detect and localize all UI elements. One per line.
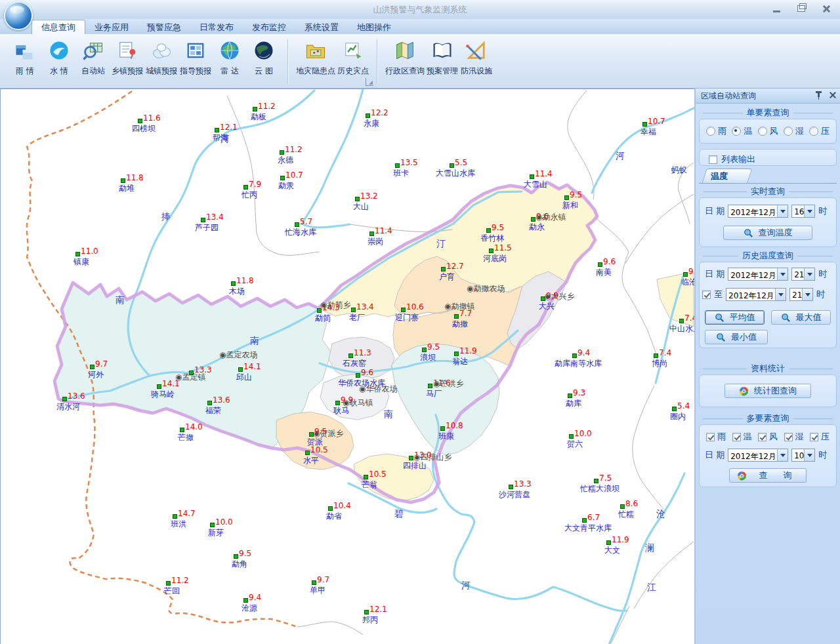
realtime-hour-combo[interactable]: 16 xyxy=(791,205,815,218)
menu-tab-发布监控[interactable]: 发布监控 xyxy=(243,20,295,34)
station-marker-户育[interactable] xyxy=(441,267,446,272)
app-logo-orb[interactable] xyxy=(4,1,33,30)
menu-tab-预警应急[interactable]: 预警应急 xyxy=(138,20,190,34)
station-marker-芦子园[interactable] xyxy=(201,218,205,222)
station-marker-忙海水库[interactable] xyxy=(295,222,299,227)
list-output-checkbox[interactable] xyxy=(709,155,717,164)
station-marker-勐库南等水库[interactable] xyxy=(572,353,577,358)
checkbox-湿[interactable]: 湿 xyxy=(784,431,804,443)
station-marker-福荣[interactable] xyxy=(207,401,212,405)
station-marker-幸福[interactable] xyxy=(642,122,647,127)
station-marker-临沧[interactable] xyxy=(683,272,688,277)
toolbar-button-雷达[interactable]: 雷 达 xyxy=(213,37,247,88)
radio-雨[interactable]: 雨 xyxy=(706,125,726,137)
radio-温[interactable]: 温 xyxy=(732,125,752,137)
station-marker-翁达[interactable] xyxy=(454,352,459,356)
station-marker-崇岗[interactable] xyxy=(369,231,374,236)
station-marker-忙丙[interactable] xyxy=(243,185,248,190)
station-marker-水平[interactable] xyxy=(305,451,310,455)
average-button[interactable]: 平均值 xyxy=(705,310,765,325)
station-marker-新和[interactable] xyxy=(564,195,569,200)
station-marker-沙河营盘[interactable] xyxy=(509,485,513,489)
station-marker-四排山[interactable] xyxy=(409,456,413,460)
realtime-date-combo[interactable]: 2012年12月 8日 xyxy=(728,205,788,218)
station-marker-永康[interactable] xyxy=(366,113,370,118)
radio-湿[interactable]: 湿 xyxy=(784,125,804,137)
station-marker-木场[interactable] xyxy=(231,281,236,286)
menu-tab-信息查询[interactable]: 信息查询 xyxy=(32,20,85,34)
station-marker-班卡[interactable] xyxy=(395,163,400,168)
station-marker-马厂[interactable] xyxy=(428,384,432,388)
menu-tab-业务应用[interactable]: 业务应用 xyxy=(85,20,138,34)
station-marker-香竹林[interactable] xyxy=(486,228,491,233)
toolbar-button-指导预报[interactable]: 指导预报 xyxy=(178,37,213,88)
station-marker-耿马[interactable] xyxy=(335,401,340,405)
history-date2-combo[interactable]: 2012年12月 7日 xyxy=(726,288,786,301)
station-marker-班洪[interactable] xyxy=(173,514,177,519)
station-marker-邱山[interactable] xyxy=(238,367,243,372)
station-marker-勐堆[interactable] xyxy=(121,178,125,183)
minimum-button[interactable]: 最小值 xyxy=(705,330,768,344)
station-marker-芒撒[interactable] xyxy=(180,428,184,432)
station-marker-勐板[interactable] xyxy=(253,107,257,111)
station-marker-忙糯[interactable] xyxy=(620,504,625,509)
checkbox-压[interactable]: 压 xyxy=(810,431,830,443)
toolbar-button-城镇预报[interactable]: 城镇预报 xyxy=(144,37,178,88)
station-marker-勐汞[interactable] xyxy=(280,176,285,180)
history-hour1-combo[interactable]: 21 xyxy=(791,268,815,281)
station-marker-迎门寨[interactable] xyxy=(401,308,406,312)
station-marker-大文青平水库[interactable] xyxy=(582,518,587,523)
station-marker-沧源[interactable] xyxy=(243,598,248,603)
history-hour2-combo[interactable]: 21 xyxy=(789,288,813,301)
station-marker-勐永[interactable] xyxy=(531,217,536,222)
station-marker-贺六[interactable] xyxy=(569,434,574,439)
station-marker-勐撒[interactable] xyxy=(454,314,459,319)
toolbar-button-防汛设施[interactable]: 防汛设施 xyxy=(459,37,494,88)
toolbar-button-自动站[interactable]: 自动站 xyxy=(76,37,110,88)
toolbar-button-预案管理[interactable]: 预案管理 xyxy=(425,37,459,88)
station-marker-中山水库[interactable] xyxy=(679,319,684,323)
maximum-button[interactable]: 最大值 xyxy=(771,310,831,325)
pin-icon[interactable] xyxy=(815,91,822,100)
station-marker-镇康[interactable] xyxy=(75,252,80,256)
toolbar-button-行政区查询[interactable]: 行政区查询 xyxy=(385,37,425,88)
multi-query-button[interactable]: 查 询 xyxy=(729,468,807,483)
station-marker-老厂[interactable] xyxy=(351,308,356,312)
toolbar-button-地灾隐患点[interactable]: 地灾隐患点 xyxy=(295,37,336,88)
menu-tab-系统设置[interactable]: 系统设置 xyxy=(295,20,348,34)
station-marker-大雪山水库[interactable] xyxy=(450,163,454,168)
station-marker-勐角[interactable] xyxy=(234,554,238,559)
menu-tab-日常发布[interactable]: 日常发布 xyxy=(190,20,243,34)
toolbar-button-雨情[interactable]: 雨 情 xyxy=(8,37,42,88)
station-marker-四榜坝[interactable] xyxy=(138,119,142,123)
checkbox-温[interactable]: 温 xyxy=(732,431,752,443)
station-marker-帮海[interactable] xyxy=(215,128,219,132)
history-date1-combo[interactable]: 2012年12月 6日 xyxy=(728,268,788,281)
station-marker-芒回[interactable] xyxy=(166,581,171,586)
map-area[interactable]: 11.6四榜坝11.2勐板12.1帮海11.2永德11.8勐堆7.9忙丙10.7… xyxy=(0,89,694,644)
restore-button[interactable] xyxy=(794,3,808,14)
multi-hour-combo[interactable]: 10 xyxy=(791,449,815,462)
station-marker-骑马岭[interactable] xyxy=(157,384,161,389)
station-marker-单甲[interactable] xyxy=(312,580,316,585)
toolbar-button-水情[interactable]: 水 情 xyxy=(42,37,76,88)
stats-chart-query-button[interactable]: 统计图查询 xyxy=(724,384,811,398)
station-marker-石灰窑[interactable] xyxy=(348,353,353,358)
toolbar-button-云图[interactable]: 云 图 xyxy=(247,37,281,88)
station-marker-班康[interactable] xyxy=(440,426,445,431)
panel-close-icon[interactable] xyxy=(829,91,836,98)
station-marker-新芽[interactable] xyxy=(210,523,215,527)
station-marker-永德[interactable] xyxy=(280,150,284,155)
station-marker-大文[interactable] xyxy=(606,540,611,545)
toolbar-button-乡镇预报[interactable]: 乡镇预报 xyxy=(110,37,144,88)
checkbox-风[interactable]: 风 xyxy=(758,431,778,443)
station-marker-勐库[interactable] xyxy=(568,393,572,398)
tab-temperature[interactable]: 温度 xyxy=(699,169,750,183)
station-marker-南美[interactable] xyxy=(598,262,602,267)
query-temperature-button[interactable]: 查询温度 xyxy=(723,226,812,240)
dialog-launcher-icon[interactable] xyxy=(366,78,373,86)
station-marker-浪坝[interactable] xyxy=(422,348,427,352)
radio-压[interactable]: 压 xyxy=(809,125,830,137)
station-marker-邦丙[interactable] xyxy=(364,610,369,614)
multi-date-combo[interactable]: 2012年12月 8日 xyxy=(728,449,788,462)
